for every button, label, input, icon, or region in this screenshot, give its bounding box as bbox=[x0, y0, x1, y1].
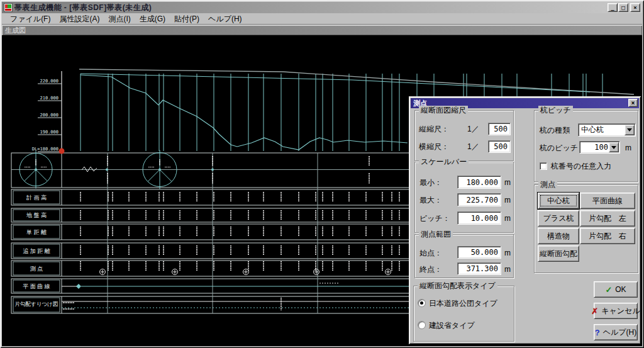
vertical-scale-label: 縦縮尺： bbox=[419, 124, 449, 134]
menu-station[interactable]: 測点(I) bbox=[104, 13, 135, 25]
group-title: 測点範囲 bbox=[419, 230, 453, 239]
menu-generate[interactable]: 生成(G) bbox=[135, 13, 170, 25]
superelevation-left-button[interactable]: 片勾配 左 bbox=[580, 210, 635, 227]
check-icon: ✓ bbox=[605, 285, 612, 295]
minimize-button[interactable]: _ bbox=[608, 3, 618, 12]
start-input[interactable]: 50.000 bbox=[457, 246, 501, 259]
superelevation-right-button[interactable]: 片勾配 右 bbox=[580, 228, 635, 244]
menu-paste[interactable]: 貼付(P) bbox=[170, 13, 204, 25]
radio-ministry-type-label[interactable]: 建設省タイプ bbox=[429, 320, 475, 330]
menu-attribute-settings[interactable]: 属性設定(A) bbox=[55, 13, 104, 25]
elevation-label: 210.000 bbox=[22, 96, 58, 101]
arbitrary-pile-number-checkbox[interactable] bbox=[540, 162, 547, 170]
elevation-label: 200.000 bbox=[22, 113, 58, 118]
child-window-title-bar: 生成図 bbox=[2, 25, 642, 35]
min-unit: m bbox=[504, 177, 511, 188]
pile-pitch-select[interactable]: 100 bbox=[579, 141, 620, 154]
min-input[interactable]: 180.000 bbox=[457, 176, 501, 189]
end-input[interactable]: 371.300 bbox=[457, 262, 501, 275]
maximize-button[interactable]: □ bbox=[618, 3, 628, 12]
pitch-unit: m bbox=[504, 213, 511, 223]
help-label: ヘルプ(H) bbox=[603, 327, 637, 338]
scale-prefix: 1／ bbox=[467, 124, 479, 134]
cancel-button[interactable]: ✗ キャンセル bbox=[594, 303, 638, 319]
radio-ministry-type[interactable] bbox=[418, 322, 425, 328]
app-icon bbox=[4, 3, 13, 12]
title-bar: 帯表生成機能 - [帯表SDF]帯表(未生成) _ □ × bbox=[2, 2, 642, 13]
scale-prefix: 1／ bbox=[467, 142, 479, 152]
menu-bar: ファイル(F) 属性設定(A) 測点(I) 生成(G) 貼付(P) ヘルプ(H) bbox=[2, 13, 642, 25]
row-label-plan-height: 計 画 高 bbox=[11, 194, 62, 202]
row-label-ground-height: 地 盤 高 bbox=[11, 211, 62, 220]
pitch-input[interactable]: 10.000 bbox=[457, 211, 501, 225]
group-title: 杭ピッチ bbox=[538, 106, 573, 115]
dialog-close-icon[interactable]: × bbox=[628, 99, 638, 107]
application-window: 帯表生成機能 - [帯表SDF]帯表(未生成) _ □ × ファイル(F) 属性… bbox=[0, 0, 644, 348]
row-label-unit-distance: 単 距 離 bbox=[11, 228, 62, 237]
profile-slope-button[interactable]: 縦断面勾配 bbox=[538, 245, 579, 262]
datum-label: DL=180.000 bbox=[12, 147, 58, 152]
group-title: 縦断面勾配表示タイプ bbox=[418, 281, 497, 290]
max-input[interactable]: 225.700 bbox=[457, 193, 501, 206]
menu-help[interactable]: ヘルプ(H) bbox=[204, 13, 247, 25]
max-label: 最大： bbox=[419, 195, 442, 205]
row-label-superelevation: 片勾配すりつけ図 bbox=[11, 301, 62, 308]
min-label: 最小： bbox=[419, 177, 442, 188]
elevation-label: 220.000 bbox=[22, 79, 58, 84]
row-label-cumulative-distance: 追 加 距 離 bbox=[11, 247, 62, 255]
vertical-scale-input[interactable]: 500 bbox=[488, 123, 511, 135]
group-title: 縦断面図縮尺 bbox=[419, 106, 468, 115]
cancel-label: キャンセル bbox=[601, 306, 640, 317]
horizontal-scale-input[interactable]: 500 bbox=[488, 140, 511, 153]
max-unit: m bbox=[504, 195, 511, 205]
arbitrary-pile-number-label[interactable]: 杭番号の任意入力 bbox=[551, 161, 611, 171]
menu-file[interactable]: ファイル(F) bbox=[6, 13, 55, 25]
row-label-station: 測 点 bbox=[11, 265, 62, 273]
end-label: 終点： bbox=[419, 264, 442, 274]
horizontal-curve-button[interactable]: 平面曲線 bbox=[580, 193, 635, 209]
start-label: 始点： bbox=[419, 248, 442, 258]
ok-button[interactable]: ✓ OK bbox=[594, 281, 638, 298]
question-icon: ? bbox=[595, 328, 600, 337]
radio-jh-type[interactable] bbox=[418, 300, 425, 306]
group-title: スケールバー bbox=[419, 157, 469, 166]
x-icon: ✗ bbox=[591, 306, 598, 316]
horizontal-scale-label: 横縮尺： bbox=[419, 142, 449, 152]
chevron-down-icon[interactable] bbox=[625, 125, 635, 135]
row-label-horizontal-curve: 平 面 曲 線 bbox=[11, 283, 62, 291]
end-unit: m bbox=[504, 264, 511, 274]
child-window-title: 生成図 bbox=[2, 26, 26, 35]
pile-pitch-unit: m bbox=[625, 143, 631, 153]
elevation-label: 190.000 bbox=[22, 130, 58, 135]
window-title: 帯表生成機能 - [帯表SDF]帯表(未生成) bbox=[14, 3, 152, 13]
help-button[interactable]: ? ヘルプ(H) bbox=[594, 324, 638, 340]
radio-jh-type-label[interactable]: 日本道路公団タイプ bbox=[429, 298, 497, 308]
group-slope-display-type: 縦断面勾配表示タイプ bbox=[413, 286, 514, 342]
station-dialog: 測点 × 縦断面図縮尺 縦縮尺： 1／ 500 横縮尺： 1／ 500 スケール… bbox=[409, 96, 641, 344]
plus-pile-button[interactable]: プラス杭 bbox=[538, 210, 579, 227]
center-pile-button[interactable]: 中心杭 bbox=[538, 193, 579, 209]
group-profile-scale: 縦断面図縮尺 bbox=[414, 110, 514, 161]
group-title: 測点 bbox=[538, 180, 557, 189]
pitch-label: ピッチ： bbox=[419, 213, 450, 223]
start-unit: m bbox=[504, 248, 511, 258]
close-button[interactable]: × bbox=[630, 3, 640, 12]
chevron-down-icon[interactable] bbox=[609, 142, 619, 152]
structure-button[interactable]: 構造物 bbox=[538, 228, 579, 244]
pile-kind-select[interactable]: 中心杭 bbox=[578, 123, 636, 137]
ok-label: OK bbox=[615, 285, 626, 294]
